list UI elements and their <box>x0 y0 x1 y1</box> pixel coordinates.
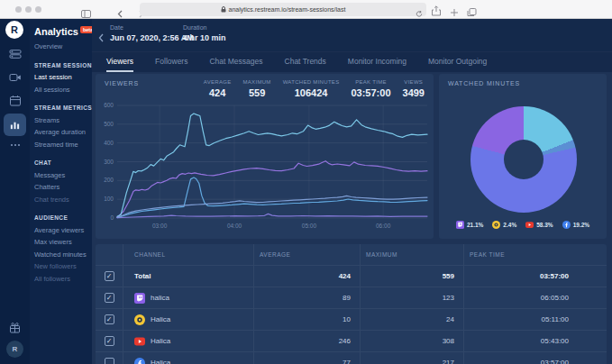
traffic-light-minimize[interactable] <box>25 6 32 13</box>
session-duration: Duration 4 hr 10 min <box>183 24 226 42</box>
facebook-icon <box>562 221 571 229</box>
stat-watched-minutes: WATCHED MINUTES106424 <box>283 79 340 98</box>
y-axis-tick: 600 <box>97 102 114 108</box>
channels-icon[interactable] <box>0 48 30 60</box>
row-checkbox[interactable]: ✓ <box>105 271 114 281</box>
channel-cell: Total <box>123 266 253 287</box>
sidebar-item-all-sessions[interactable]: All sessions <box>34 84 90 96</box>
sidebar-item-chat-trends[interactable]: Chat trends <box>34 194 90 206</box>
checkbox-cell: ✓ <box>96 266 123 287</box>
sidebar-item-max-viewers[interactable]: Max viewers <box>34 236 90 249</box>
peak-time-cell: 06:05:00 <box>463 287 607 308</box>
tab-bar: ViewersFollowersChat MessagesChat Trends… <box>92 51 612 72</box>
sidebar-item-watched-minutes[interactable]: Watched minutes <box>34 249 90 261</box>
table-row-halica[interactable]: ✓halica8912306:05:00 <box>96 287 607 309</box>
stat-label: AVERAGE <box>204 79 232 85</box>
table-row-total[interactable]: ✓Total42455903:57:00 <box>96 266 607 287</box>
legend-item-twitch[interactable]: 21.1% <box>456 221 483 229</box>
share-icon[interactable] <box>432 4 441 20</box>
stat-label: MAXIMUM <box>243 79 271 85</box>
average-cell: 246 <box>253 331 360 351</box>
checkbox-cell <box>96 352 123 364</box>
x-axis-tick: 03:00 <box>152 223 167 229</box>
tab-monitor-outgoing[interactable]: Monitor Outgoing <box>428 52 487 72</box>
peak-time-cell: 05:43:00 <box>463 331 607 351</box>
channel-cell: Halica <box>123 352 253 364</box>
channel-name: halica <box>151 294 169 302</box>
traffic-light-close[interactable] <box>15 6 22 13</box>
stat-value: 559 <box>243 87 271 98</box>
y-axis-tick: 0 <box>97 214 114 221</box>
table-header-row: CHANNELAVERAGEMAXIMUMPEAK TIME <box>96 244 607 266</box>
legend-item-yellow[interactable]: 2.4% <box>492 221 516 229</box>
y-axis-tick: 500 <box>97 121 114 127</box>
sidebar-item-streams[interactable]: Streams <box>34 114 90 127</box>
date-label: Date <box>110 24 194 31</box>
watched-minutes-title: WATCHED MINUTES <box>448 80 520 86</box>
row-checkbox[interactable]: ✓ <box>105 336 114 346</box>
peak-time-cell: 03:57:00 <box>463 352 607 364</box>
x-axis-tick: 06:00 <box>376 223 390 229</box>
column-header-peak-time: PEAK TIME <box>463 244 607 265</box>
video-icon[interactable] <box>0 71 30 84</box>
tab-monitor-incoming[interactable]: Monitor Incoming <box>348 52 406 72</box>
stat-label: PEAK TIME <box>351 79 390 85</box>
table-row-halica[interactable]: Halica7721703:57:00 <box>96 352 607 364</box>
nav-sidebar: Analyticsbeta OverviewSTREAM SESSIONSLas… <box>30 19 92 364</box>
table-row-halica[interactable]: ✓Halica102405:11:00 <box>96 309 607 331</box>
row-checkbox[interactable]: ✓ <box>105 314 114 324</box>
more-icon[interactable] <box>0 143 30 147</box>
x-axis-tick: 05:00 <box>302 223 316 229</box>
analytics-icon[interactable] <box>4 114 26 136</box>
sidebar-item-streamed-time[interactable]: Streamed time <box>34 139 90 151</box>
sidebar-rail: R R <box>0 19 30 364</box>
sidebar-item-all-followers[interactable]: All followers <box>34 273 90 286</box>
back-chevron-icon[interactable] <box>98 30 104 46</box>
tab-followers[interactable]: Followers <box>155 52 187 72</box>
y-axis-tick: 100 <box>97 196 114 202</box>
stat-label: WATCHED MINUTES <box>283 79 340 85</box>
tab-chat-messages[interactable]: Chat Messages <box>209 52 262 72</box>
legend-item-youtube[interactable]: 58.3% <box>525 221 553 229</box>
header-checkbox-cell <box>96 244 123 265</box>
series-halica-yellow- <box>117 214 427 217</box>
channel-cell: Halica <box>123 331 253 351</box>
legend-pct: 2.4% <box>503 222 516 228</box>
sidebar-item-average-duration[interactable]: Average duration <box>34 126 90 139</box>
column-header-maximum: MAXIMUM <box>360 244 463 265</box>
tab-viewers[interactable]: Viewers <box>106 52 133 72</box>
calendar-icon[interactable] <box>0 95 30 107</box>
stat-average: AVERAGE424 <box>204 79 232 98</box>
maximum-cell: 308 <box>360 331 463 351</box>
average-cell: 89 <box>253 287 360 308</box>
traffic-light-zoom[interactable] <box>35 6 41 13</box>
legend-pct: 58.3% <box>536 222 553 228</box>
row-checkbox[interactable]: ✓ <box>105 293 114 303</box>
sidebar-item-new-followers[interactable]: New followers <box>34 260 90 273</box>
row-checkbox[interactable] <box>105 358 114 364</box>
stat-value: 106424 <box>283 87 340 98</box>
y-axis-tick: 300 <box>97 159 114 165</box>
checkbox-cell: ✓ <box>96 331 123 351</box>
sidebar-item-chatters[interactable]: Chatters <box>34 181 90 194</box>
watched-minutes-panel: WATCHED MINUTES 21.1%2.4%58.3%19.2% <box>439 74 607 239</box>
channel-name: Halica <box>151 315 170 323</box>
peak-time-cell: 05:11:00 <box>463 309 607 330</box>
gift-icon[interactable] <box>0 322 30 333</box>
tab-chat-trends[interactable]: Chat Trends <box>285 52 326 72</box>
legend-item-facebook[interactable]: 19.2% <box>562 221 589 229</box>
url-text: analytics.restream.io/stream-sessions/la… <box>229 6 346 13</box>
table-row-halica[interactable]: ✓Halica24630805:43:00 <box>96 331 607 352</box>
sidebar-item-messages[interactable]: Messages <box>34 169 90 182</box>
watched-minutes-donut <box>470 106 577 213</box>
date-value: Jun 07, 2020, 2:56 AM <box>110 33 194 42</box>
checkbox-cell: ✓ <box>96 287 123 308</box>
sidebar-item-overview[interactable]: Overview <box>34 41 90 53</box>
account-avatar[interactable]: R <box>6 341 23 358</box>
sidebar-item-average-viewers[interactable]: Average viewers <box>34 224 90 237</box>
yellow-icon <box>134 314 145 325</box>
restream-logo[interactable]: R <box>5 21 23 39</box>
address-bar[interactable]: analytics.restream.io/stream-sessions/la… <box>140 3 426 16</box>
channels-table: CHANNELAVERAGEMAXIMUMPEAK TIME✓Total4245… <box>96 244 607 364</box>
sidebar-item-last-session[interactable]: Last session <box>34 71 90 84</box>
